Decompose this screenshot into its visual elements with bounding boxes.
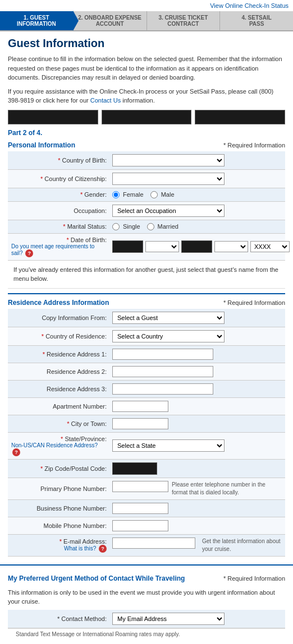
contact-us-link[interactable]: Contact Us (90, 97, 121, 104)
marital-status-label: * Marital Status: (11, 223, 112, 230)
birth-year-select[interactable]: XXXX (250, 241, 290, 252)
age-requirements-link[interactable]: Do you meet age requirements to sail? ? (11, 243, 107, 257)
mobile-phone-row: Mobile Phone Number: (8, 517, 285, 535)
marital-status-radio-group: Single Married (112, 223, 282, 230)
address3-row: Residence Address 3: (8, 381, 285, 398)
primary-phone-control: Please enter telephone number in the for… (112, 481, 282, 497)
country-of-birth-select[interactable] (112, 154, 225, 166)
state-row: * State/Province: Non-US/CAN Residence A… (8, 433, 285, 460)
address1-input[interactable] (112, 349, 213, 360)
address2-input[interactable] (112, 366, 213, 377)
email-note: Get the latest information about your cr… (202, 538, 282, 553)
state-label-group: * State/Province: Non-US/CAN Residence A… (11, 435, 112, 456)
city-control (112, 418, 282, 429)
step3-label: 3. CRUISE TICKETCONTRACT (158, 15, 208, 27)
email-input[interactable] (112, 538, 195, 549)
gender-female-radio[interactable] (112, 191, 120, 198)
step1-label: 1. GUESTINFORMATION (17, 15, 56, 27)
copy-from-label: Copy Information From: (11, 314, 112, 321)
city-label: * City or Town: (11, 420, 112, 427)
country-of-residence-label: * Country of Residence: (11, 333, 112, 340)
birth-month-select[interactable] (145, 241, 179, 252)
age-info-icon: ? (25, 249, 33, 257)
marital-single-radio[interactable] (112, 223, 120, 230)
zip-control (112, 462, 282, 475)
date-of-birth-label: * Date of Birth: (66, 237, 107, 243)
email-control: Get the latest information about your cr… (112, 538, 282, 553)
part-label: Part 2 of 4. (8, 129, 42, 137)
residence-required-label: * Required Information (223, 299, 285, 306)
contact-method-row: * Contact Method: My Email Address (8, 610, 285, 628)
mobile-phone-label: Mobile Phone Number: (11, 522, 112, 529)
urgent-title: My Preferred Urgent Method of Contact Wh… (8, 574, 185, 582)
apartment-row: Apartment Number: (8, 398, 285, 415)
address3-label: Residence Address 3: (11, 386, 112, 392)
address2-row: Residence Address 2: (8, 363, 285, 381)
personal-info-title: Personal Information (8, 141, 75, 149)
non-us-can-link[interactable]: Non-US/CAN Residence Address? ? (11, 442, 107, 456)
occupation-control: Select an Occupation (112, 205, 282, 217)
zip-label: * Zip Code/Postal Code: (11, 465, 112, 472)
middle-name-field[interactable] (102, 110, 192, 124)
email-row: * E-mail Address: What is this? ? Get th… (8, 535, 285, 557)
apartment-input[interactable] (112, 401, 168, 412)
occupation-label: Occupation: (11, 207, 112, 214)
marital-married-radio[interactable] (147, 223, 154, 230)
marital-married-label[interactable]: Married (147, 223, 178, 230)
view-checkin-status-link[interactable]: View Online Check-In Status (210, 2, 289, 9)
progress-step-1[interactable]: 1. GUESTINFORMATION (0, 11, 74, 30)
personal-info-header: Personal Information * Required Informat… (8, 141, 285, 149)
country-of-birth-row: * Country of Birth: (8, 151, 285, 170)
birth-month-field[interactable] (112, 240, 143, 253)
page-title: Guest Information (8, 37, 285, 50)
zip-input[interactable] (112, 462, 157, 475)
state-control: Select a State (112, 439, 282, 452)
primary-phone-input[interactable] (112, 481, 168, 492)
city-input[interactable] (112, 418, 168, 429)
urgent-required: * Required Information (223, 575, 285, 582)
gender-row: * Gender: Female Male (8, 188, 285, 202)
address1-label: * Residence Address 1: (11, 351, 112, 358)
info-paragraph-1: Please continue to fill in the informati… (8, 54, 285, 82)
residence-info-title: Residence Address Information (8, 299, 109, 307)
contact-method-select[interactable]: My Email Address (112, 613, 225, 625)
birth-day-select[interactable] (214, 241, 248, 252)
marital-status-control: Single Married (112, 223, 282, 230)
gender-male-radio[interactable] (150, 191, 158, 198)
country-of-citizenship-select[interactable] (112, 173, 225, 185)
state-label: * State/Province: (61, 435, 107, 442)
date-of-birth-row: * Date of Birth: Do you meet age require… (8, 234, 285, 261)
primary-phone-note: Please enter telephone number in the for… (172, 481, 282, 497)
progress-step-2[interactable]: 2. ONBOARD EXPENSEACCOUNT (74, 11, 147, 30)
address3-input[interactable] (112, 383, 213, 395)
marital-single-label[interactable]: Single (112, 223, 140, 230)
date-of-birth-label-group: * Date of Birth: Do you meet age require… (11, 237, 112, 257)
marital-status-row: * Marital Status: Single Married (8, 220, 285, 234)
progress-bar: 1. GUESTINFORMATION 2. ONBOARD EXPENSEAC… (0, 11, 293, 31)
residence-info-header: Residence Address Information * Required… (8, 299, 285, 307)
gender-control: Female Male (112, 191, 282, 198)
step4-label: 4. SETSAILPASS (241, 15, 271, 27)
country-of-residence-select[interactable]: Select a Country (112, 330, 225, 342)
progress-step-3[interactable]: 3. CRUISE TICKETCONTRACT (147, 11, 221, 30)
info-paragraph-2: If you require assistance with the Onlin… (8, 87, 285, 105)
birth-day-field[interactable] (181, 240, 212, 253)
business-phone-input[interactable] (112, 503, 168, 514)
mobile-phone-input[interactable] (112, 520, 168, 531)
gender-female-label[interactable]: Female (112, 191, 144, 198)
contact-method-label: * Contact Method: (11, 615, 112, 622)
what-is-this-link[interactable]: What is this? ? (64, 545, 107, 553)
last-name-field[interactable] (195, 110, 285, 124)
progress-step-4[interactable]: 4. SETSAILPASS (220, 11, 293, 30)
business-phone-label: Business Phone Number: (11, 505, 112, 512)
non-us-info-icon: ? (12, 448, 20, 456)
occupation-select[interactable]: Select an Occupation (112, 205, 225, 217)
business-phone-control (112, 503, 282, 514)
gender-male-label[interactable]: Male (150, 191, 175, 198)
country-of-residence-row: * Country of Residence: Select a Country (8, 327, 285, 346)
address2-label: Residence Address 2: (11, 368, 112, 375)
copy-from-select[interactable]: Select a Guest (112, 312, 225, 324)
state-select[interactable]: Select a State (112, 439, 225, 452)
country-of-citizenship-control (112, 173, 282, 185)
first-name-field[interactable] (8, 110, 98, 124)
